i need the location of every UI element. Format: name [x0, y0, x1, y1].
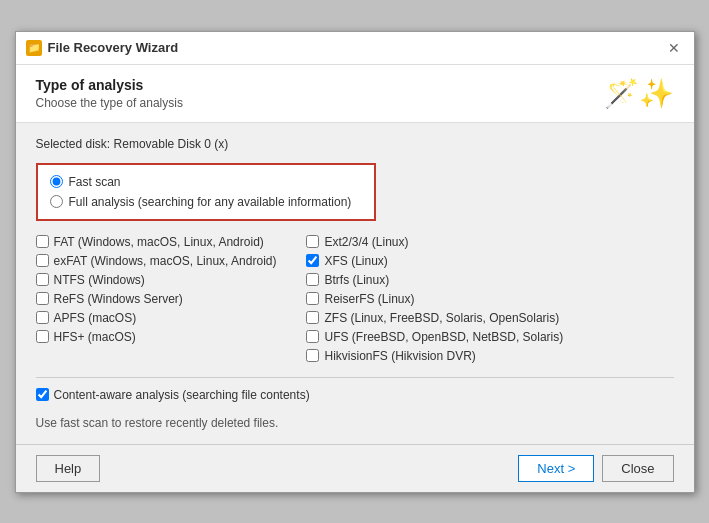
selected-disk-label: Selected disk: Removable Disk 0 (x) [36, 137, 674, 151]
title-bar-left: 📁 File Recovery Wizard [26, 40, 179, 56]
fs-hikvision[interactable]: HikvisionFS (Hikvision DVR) [306, 349, 563, 363]
fs-btrfs[interactable]: Btrfs (Linux) [306, 273, 563, 287]
fs-ntfs-checkbox[interactable] [36, 273, 49, 286]
fs-xfs-checkbox[interactable] [306, 254, 319, 267]
fs-ufs-label: UFS (FreeBSD, OpenBSD, NetBSD, Solaris) [324, 330, 563, 344]
content-aware-label: Content-aware analysis (searching file c… [54, 388, 310, 402]
fs-column-left: FAT (Windows, macOS, Linux, Android) exF… [36, 235, 277, 363]
fs-apfs[interactable]: APFS (macOS) [36, 311, 277, 325]
fast-scan-radio[interactable] [50, 175, 63, 188]
fs-refs-checkbox[interactable] [36, 292, 49, 305]
fs-hfsplus[interactable]: HFS+ (macOS) [36, 330, 277, 344]
fs-refs-label: ReFS (Windows Server) [54, 292, 183, 306]
help-button[interactable]: Help [36, 455, 101, 482]
fs-ext-checkbox[interactable] [306, 235, 319, 248]
header-subheading: Choose the type of analysis [36, 96, 183, 110]
header-section: Type of analysis Choose the type of anal… [16, 65, 694, 123]
main-content: Selected disk: Removable Disk 0 (x) Fast… [16, 123, 694, 444]
fs-reiserfs[interactable]: ReiserFS (Linux) [306, 292, 563, 306]
fs-column-right: Ext2/3/4 (Linux) XFS (Linux) Btrfs (Linu… [306, 235, 563, 363]
fs-exfat-label: exFAT (Windows, macOS, Linux, Android) [54, 254, 277, 268]
divider [36, 377, 674, 378]
fs-fat-checkbox[interactable] [36, 235, 49, 248]
fs-reiserfs-checkbox[interactable] [306, 292, 319, 305]
fs-xfs-label: XFS (Linux) [324, 254, 387, 268]
fs-reiserfs-label: ReiserFS (Linux) [324, 292, 414, 306]
dialog-title: File Recovery Wizard [48, 40, 179, 55]
fs-apfs-checkbox[interactable] [36, 311, 49, 324]
fs-apfs-label: APFS (macOS) [54, 311, 137, 325]
content-aware-checkbox[interactable] [36, 388, 49, 401]
fs-exfat-checkbox[interactable] [36, 254, 49, 267]
dialog-close-button[interactable]: ✕ [664, 38, 684, 58]
fs-fat-label: FAT (Windows, macOS, Linux, Android) [54, 235, 264, 249]
fs-hfsplus-checkbox[interactable] [36, 330, 49, 343]
full-analysis-label: Full analysis (searching for any availab… [69, 195, 352, 209]
close-button[interactable]: Close [602, 455, 673, 482]
fs-ntfs-label: NTFS (Windows) [54, 273, 145, 287]
dialog: 📁 File Recovery Wizard ✕ Type of analysi… [15, 31, 695, 493]
fs-ext-label: Ext2/3/4 (Linux) [324, 235, 408, 249]
fs-fat[interactable]: FAT (Windows, macOS, Linux, Android) [36, 235, 277, 249]
app-icon: 📁 [26, 40, 42, 56]
wand-icon: 🪄✨ [604, 77, 674, 110]
footer: Help Next > Close [16, 444, 694, 492]
header-text: Type of analysis Choose the type of anal… [36, 77, 183, 110]
fs-hikvision-label: HikvisionFS (Hikvision DVR) [324, 349, 475, 363]
fs-zfs-label: ZFS (Linux, FreeBSD, Solaris, OpenSolari… [324, 311, 559, 325]
filesystem-section: FAT (Windows, macOS, Linux, Android) exF… [36, 235, 674, 363]
fs-exfat[interactable]: exFAT (Windows, macOS, Linux, Android) [36, 254, 277, 268]
fs-btrfs-checkbox[interactable] [306, 273, 319, 286]
fast-scan-option[interactable]: Fast scan [50, 175, 362, 189]
fs-ufs[interactable]: UFS (FreeBSD, OpenBSD, NetBSD, Solaris) [306, 330, 563, 344]
fast-scan-label: Fast scan [69, 175, 121, 189]
fs-hikvision-checkbox[interactable] [306, 349, 319, 362]
header-heading: Type of analysis [36, 77, 183, 93]
full-analysis-radio[interactable] [50, 195, 63, 208]
content-aware-option[interactable]: Content-aware analysis (searching file c… [36, 388, 674, 402]
fs-ntfs[interactable]: NTFS (Windows) [36, 273, 277, 287]
fs-hfsplus-label: HFS+ (macOS) [54, 330, 136, 344]
analysis-options-box: Fast scan Full analysis (searching for a… [36, 163, 376, 221]
fs-ufs-checkbox[interactable] [306, 330, 319, 343]
fs-btrfs-label: Btrfs (Linux) [324, 273, 389, 287]
fs-xfs[interactable]: XFS (Linux) [306, 254, 563, 268]
fs-zfs[interactable]: ZFS (Linux, FreeBSD, Solaris, OpenSolari… [306, 311, 563, 325]
hint-text: Use fast scan to restore recently delete… [36, 416, 674, 430]
fs-refs[interactable]: ReFS (Windows Server) [36, 292, 277, 306]
fs-zfs-checkbox[interactable] [306, 311, 319, 324]
full-analysis-option[interactable]: Full analysis (searching for any availab… [50, 195, 362, 209]
title-bar: 📁 File Recovery Wizard ✕ [16, 32, 694, 65]
next-button[interactable]: Next > [518, 455, 594, 482]
fs-ext[interactable]: Ext2/3/4 (Linux) [306, 235, 563, 249]
